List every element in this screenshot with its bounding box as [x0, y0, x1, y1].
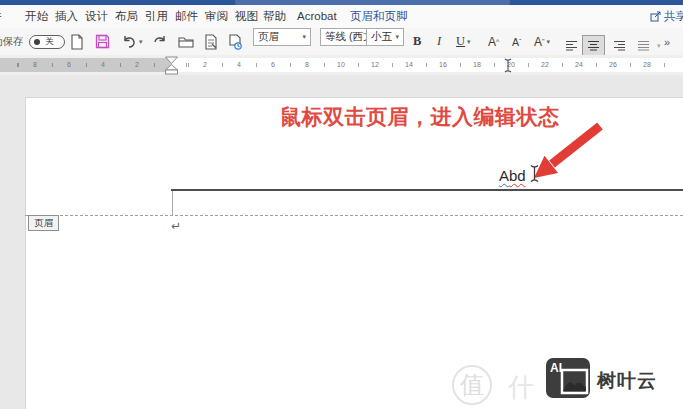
brand-name: 树叶云 — [597, 368, 657, 394]
print-preview-button[interactable] — [204, 28, 218, 55]
mouse-ibeam-cursor-ruler — [503, 58, 513, 73]
tab-help[interactable]: 帮助 — [263, 9, 286, 24]
undo-dropdown-chevron[interactable]: ▾ — [139, 38, 143, 46]
horizontal-ruler[interactable]: 8 6 4 2 2 4 6 8 10 12 14 16 18 20 22 24 … — [0, 55, 683, 75]
save-button[interactable] — [95, 28, 110, 55]
underline-button[interactable]: U ▾ — [456, 28, 471, 55]
bold-button[interactable]: B — [413, 28, 421, 55]
header-text-grammar-part: A — [499, 167, 509, 184]
refresh-document-icon — [228, 34, 243, 50]
header-text-spell-part: bd — [509, 167, 526, 184]
ruler-number: 24 — [575, 58, 583, 72]
ruler-number: 14 — [405, 58, 413, 72]
tab-acrobat[interactable]: Acrobat — [297, 9, 337, 24]
autosave-label: 动保存 — [0, 28, 24, 55]
header-tag: 页眉 — [28, 215, 59, 231]
ruler-number: 8 — [33, 58, 37, 72]
font-size-dropdown[interactable]: 小五 ▾ — [366, 28, 404, 46]
tab-insert[interactable]: 插入 — [55, 9, 78, 24]
ribbon-tab-bar: 件 开始 插入 设计 布局 引用 邮件 审阅 视图 帮助 Acrobat 页眉和… — [0, 5, 683, 29]
open-file-button[interactable] — [178, 28, 194, 55]
grow-font-button[interactable]: A^ — [488, 28, 499, 55]
ruler-text-area — [171, 58, 683, 72]
header-left-boundary-line — [172, 191, 173, 216]
style-dropdown-value: 页眉 — [258, 30, 302, 44]
share-label: 共享 — [664, 9, 683, 24]
redo-button[interactable] — [152, 28, 167, 55]
ruler-number: 26 — [609, 58, 617, 72]
open-folder-icon — [178, 35, 194, 49]
ruler-number: 18 — [473, 58, 481, 72]
paragraph-mark: ↵ — [171, 219, 181, 233]
underline-dropdown-chevron[interactable]: ▾ — [467, 38, 471, 46]
ghost-watermark-char-2: 什 — [508, 370, 534, 405]
tab-layout[interactable]: 布局 — [115, 9, 138, 24]
quick-access-toolbar: 动保存 关 ▾ — [0, 28, 683, 55]
new-document-button[interactable] — [70, 28, 84, 55]
justify-dropdown-chevron[interactable]: ▾ — [657, 42, 661, 50]
brand-logo-icon: AI — [545, 357, 591, 399]
document-area: 鼠标双击页眉，进入编辑状态 Abd 页眉 ↵ 值 什 AI 树叶云 — [0, 75, 683, 409]
header-area-dashed-divider — [25, 215, 683, 216]
header-border-line — [171, 189, 683, 191]
character-spacing-chevron[interactable]: ▾ — [547, 38, 551, 46]
ghost-watermark-char-1: 值 — [452, 365, 492, 405]
font-size-dropdown-chevron: ▾ — [395, 33, 399, 41]
tab-home[interactable]: 开始 — [25, 9, 48, 24]
character-spacing-button[interactable]: A" ▾ — [534, 28, 550, 55]
tab-design[interactable]: 设计 — [85, 9, 108, 24]
ruler-number: 12 — [371, 58, 379, 72]
indent-markers[interactable] — [163, 56, 180, 75]
tab-references[interactable]: 引用 — [145, 9, 168, 24]
ruler-number: 4 — [237, 58, 241, 72]
redo-icon — [152, 35, 167, 49]
font-size-dropdown-value: 小五 — [371, 30, 395, 44]
ruler-number: 6 — [67, 58, 71, 72]
ruler-number: 16 — [439, 58, 447, 72]
ruler-margin-area — [0, 58, 171, 72]
ruler-number: 22 — [541, 58, 549, 72]
style-dropdown-chevron: ▾ — [302, 33, 306, 41]
mouse-ibeam-cursor-text — [529, 164, 540, 183]
autosave-toggle[interactable]: 关 — [29, 28, 65, 55]
tab-review[interactable]: 审阅 — [205, 9, 228, 24]
ruler-number: 2 — [203, 58, 207, 72]
undo-button[interactable]: ▾ — [122, 28, 143, 55]
save-icon — [95, 34, 110, 49]
italic-button[interactable]: I — [437, 28, 441, 55]
new-document-icon — [70, 34, 84, 50]
share-button[interactable]: 共享 — [650, 9, 683, 24]
style-dropdown[interactable]: 页眉 ▾ — [253, 28, 311, 46]
toggle-dot-icon — [34, 39, 40, 45]
ruler-number: 28 — [643, 58, 651, 72]
refresh-document-button[interactable] — [228, 28, 243, 55]
shrink-font-button[interactable]: Aˇ — [512, 28, 521, 55]
share-icon — [650, 11, 661, 22]
undo-icon — [122, 35, 137, 49]
tab-mailings[interactable]: 邮件 — [175, 9, 198, 24]
svg-text:AI: AI — [550, 361, 562, 375]
ruler-number: 10 — [337, 58, 345, 72]
ruler-number: 4 — [101, 58, 105, 72]
ruler-number: 2 — [135, 58, 139, 72]
tab-header-footer-context[interactable]: 页眉和页脚 — [350, 9, 408, 24]
tab-view[interactable]: 视图 — [235, 9, 258, 24]
header-text-input[interactable]: Abd — [499, 167, 526, 185]
autosave-state: 关 — [45, 37, 54, 46]
ruler-number: 6 — [271, 58, 275, 72]
print-preview-icon — [204, 34, 218, 50]
tab-file[interactable]: 件 — [0, 9, 2, 24]
ruler-number: 8 — [305, 58, 309, 72]
more-commands-button[interactable]: » — [664, 28, 670, 55]
